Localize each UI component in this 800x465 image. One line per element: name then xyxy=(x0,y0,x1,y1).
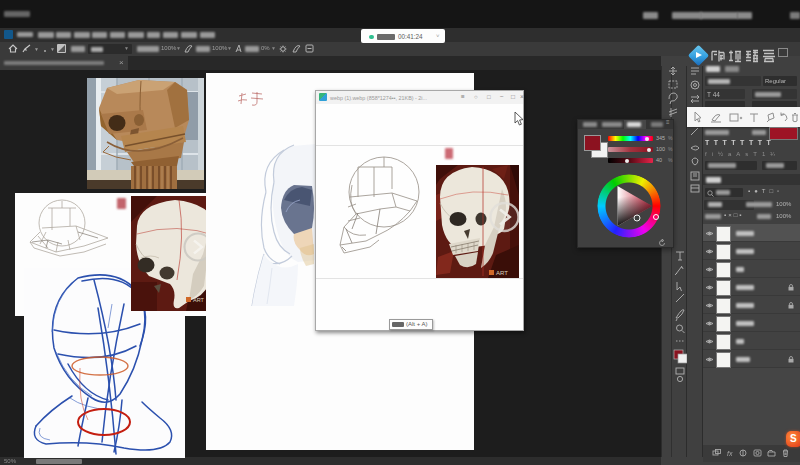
svg-text:fx: fx xyxy=(727,450,733,457)
svg-text:ART: ART xyxy=(193,297,205,303)
svg-text:ART: ART xyxy=(496,270,508,276)
